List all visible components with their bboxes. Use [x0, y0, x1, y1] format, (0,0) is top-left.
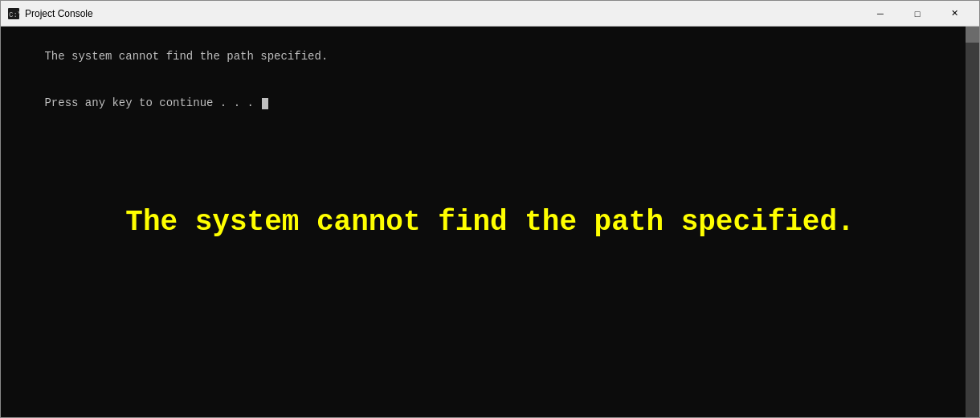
window-title: Project Console: [25, 8, 862, 19]
scrollbar: [966, 27, 979, 417]
console-line2: Press any key to continue . . .: [44, 96, 260, 109]
maximize-button[interactable]: □: [899, 1, 936, 27]
minimize-button[interactable]: ─: [862, 1, 899, 27]
scrollbar-thumb[interactable]: [966, 27, 979, 43]
console-output: The system cannot find the path specifie…: [4, 33, 328, 128]
cursor-blink: [262, 98, 268, 109]
titlebar: C:\ Project Console ─ □ ✕: [1, 1, 979, 27]
window-icon: C:\: [7, 7, 20, 20]
console-line1: The system cannot find the path specifie…: [44, 50, 328, 63]
svg-text:C:\: C:\: [9, 11, 20, 19]
console-big-message: The system cannot find the path specifie…: [125, 206, 854, 239]
close-button[interactable]: ✕: [936, 1, 973, 27]
console-body: The system cannot find the path specifie…: [1, 27, 979, 417]
window: C:\ Project Console ─ □ ✕ The system can…: [0, 0, 980, 418]
window-controls: ─ □ ✕: [862, 1, 973, 27]
